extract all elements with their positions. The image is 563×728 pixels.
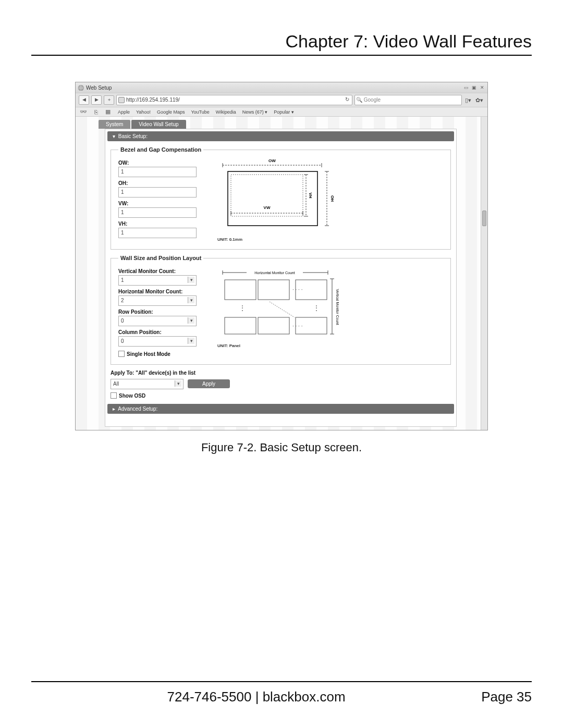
vh-input[interactable]: 1: [118, 228, 197, 238]
search-placeholder: Google: [364, 97, 381, 103]
footer-page: Page 35: [481, 689, 532, 705]
apply-heading: Apply To: "All" device(s) in the list: [111, 370, 451, 376]
globe-icon: 🌐: [78, 85, 84, 91]
url-text: http://169.254.195.119/: [126, 97, 180, 103]
chevron-down-icon: ▾: [188, 277, 194, 283]
colpos-label: Column Position:: [118, 329, 207, 335]
config-panel: ▾ Basic Setup: Bezel and Gap Compensatio…: [105, 129, 457, 427]
tab-video-wall[interactable]: Video Wall Setup: [131, 120, 186, 129]
apply-target-select[interactable]: All ▾: [111, 379, 183, 389]
accordion-advanced[interactable]: ▸ Advanced Setup:: [107, 404, 454, 414]
bookmark-youtube[interactable]: YouTube: [191, 109, 209, 115]
back-button[interactable]: ◀: [79, 95, 89, 105]
vh-label: VH:: [118, 221, 207, 227]
apply-button[interactable]: Apply: [188, 379, 230, 388]
bookmark-wikipedia[interactable]: Wikipedia: [216, 109, 236, 115]
diag-vh-label: VH: [308, 192, 313, 198]
svg-rect-3: [231, 175, 303, 216]
show-osd-checkbox[interactable]: Show OSD: [111, 392, 451, 399]
vw-input[interactable]: 1: [118, 207, 197, 218]
gear-icon[interactable]: ✿▾: [474, 97, 484, 104]
svg-rect-12: [225, 317, 256, 334]
address-bar[interactable]: http://169.254.195.119/ ↻: [116, 95, 352, 105]
bookmark-gmaps[interactable]: Google Maps: [157, 109, 185, 115]
tab-system[interactable]: System: [99, 120, 130, 129]
diag-vcount-label: Vertical Monitor Count: [336, 289, 339, 325]
bookmark-yahoo[interactable]: Yahoo!: [136, 109, 151, 115]
svg-text:· · · ·: · · · ·: [292, 323, 302, 329]
checkbox-icon: [118, 351, 125, 357]
layout-group: Wall Size and Position Layout Vertical M…: [111, 255, 451, 365]
chevron-down-icon: ▾: [175, 380, 181, 387]
chevron-down-icon: ▾: [188, 297, 194, 303]
scrollbar[interactable]: [481, 117, 487, 430]
hcount-label: Horizontal Monitor Count:: [118, 289, 207, 294]
chevron-down-icon: ▾: [113, 133, 117, 139]
ow-label: OW:: [118, 160, 207, 166]
colpos-select[interactable]: 0▾: [118, 336, 197, 347]
top-sites-icon[interactable]: ▦: [105, 108, 111, 115]
rowpos-label: Row Position:: [118, 309, 207, 315]
diag-oh-label: OH: [330, 195, 335, 202]
rowpos-select[interactable]: 0▾: [118, 316, 197, 326]
bezel-group: Bezel and Gap Compensation OW: 1 OH: 1 V…: [111, 146, 451, 250]
svg-rect-10: [258, 280, 289, 300]
diag-hcount-label: Horizontal Monitor Count: [254, 271, 295, 275]
layout-diagram: Horizontal Monitor Count Vertical Monito…: [217, 265, 443, 357]
reload-icon[interactable]: ↻: [344, 96, 350, 103]
chevron-down-icon: ▾: [188, 338, 194, 344]
bookmark-apple[interactable]: Apple: [118, 109, 130, 115]
bookmarks-bar: 👓 ⎘ ▦ Apple Yahoo! Google Maps YouTube W…: [76, 107, 487, 117]
oh-input[interactable]: 1: [118, 187, 197, 198]
vw-label: VW:: [118, 201, 207, 206]
browser-toolbar: ◀ ▶ ＋ http://169.254.195.119/ ↻ 🔍 Google…: [76, 93, 487, 107]
search-input[interactable]: 🔍 Google: [354, 95, 462, 105]
vcount-select[interactable]: 1▾: [118, 275, 197, 286]
chapter-title: Chapter 7: Video Wall Features: [31, 31, 532, 56]
svg-line-19: [270, 302, 295, 317]
svg-rect-2: [228, 171, 317, 226]
window-titlebar: 🌐 Web Setup ▭ ▣ ✕: [76, 82, 487, 93]
hcount-select[interactable]: 2▾: [118, 295, 197, 306]
add-tab-button[interactable]: ＋: [104, 95, 114, 105]
browser-window: 🌐 Web Setup ▭ ▣ ✕ ◀ ▶ ＋ http://169.254.1…: [75, 82, 488, 430]
glasses-icon[interactable]: 👓: [80, 108, 87, 115]
bezel-unit: UNIT: 0.1mm: [217, 237, 443, 242]
bookmark-news[interactable]: News (67) ▾: [242, 109, 268, 115]
svg-text:⋮: ⋮: [313, 304, 320, 312]
apply-section: Apply To: "All" device(s) in the list Al…: [111, 370, 451, 399]
checkbox-icon: [111, 392, 117, 399]
accordion-basic[interactable]: ▾ Basic Setup:: [107, 131, 454, 141]
chevron-down-icon: ▾: [188, 317, 194, 324]
svg-rect-13: [258, 317, 289, 334]
bookmark-popular[interactable]: Popular ▾: [274, 109, 294, 115]
footer-rule: [31, 681, 532, 682]
chevron-right-icon: ▸: [113, 406, 117, 412]
layout-unit: UNIT: Panel: [217, 343, 443, 348]
layout-legend: Wall Size and Position Layout: [118, 255, 203, 261]
figure-caption: Figure 7-2. Basic Setup screen.: [201, 441, 362, 454]
diag-ow-label: OW: [268, 158, 276, 163]
bezel-diagram: OW OH: [217, 157, 443, 242]
scrollbar-thumb[interactable]: [482, 211, 486, 226]
page-icon[interactable]: ▯▾: [464, 97, 472, 104]
bezel-legend: Bezel and Gap Compensation: [118, 146, 203, 153]
single-host-checkbox[interactable]: Single Host Mode: [118, 351, 207, 357]
svg-text:· · · ·: · · · ·: [292, 287, 302, 292]
diag-vw-label: VW: [264, 205, 271, 210]
oh-label: OH:: [118, 180, 207, 186]
reading-list-icon[interactable]: ⎘: [94, 109, 98, 115]
svg-text:⋮: ⋮: [239, 304, 246, 312]
vcount-label: Vertical Monitor Count:: [118, 268, 207, 274]
footer-contact: 724-746-5500 | blackbox.com: [31, 689, 481, 705]
ow-input[interactable]: 1: [118, 167, 197, 177]
window-controls-icon[interactable]: ▭ ▣ ✕: [462, 85, 485, 90]
svg-rect-9: [225, 280, 256, 300]
window-title: Web Setup: [86, 85, 112, 91]
forward-button[interactable]: ▶: [91, 95, 102, 105]
